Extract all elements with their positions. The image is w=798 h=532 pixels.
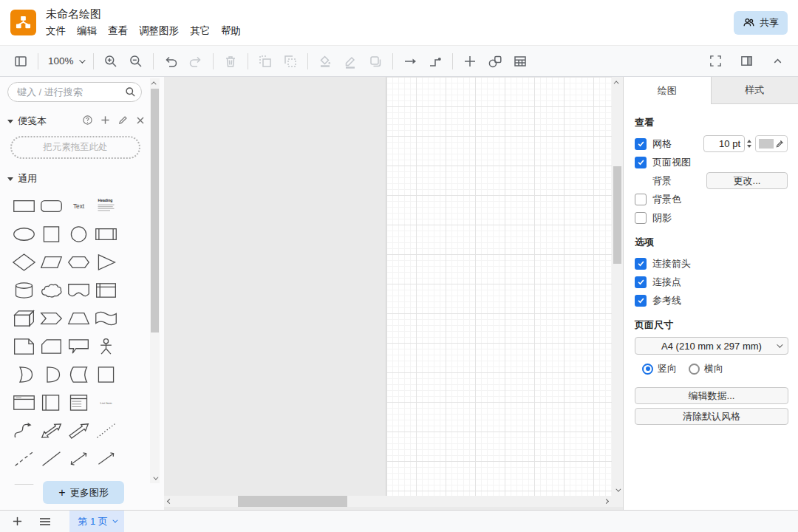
landscape-radio-option[interactable]: 横向: [689, 362, 723, 375]
shape-actor[interactable]: [92, 332, 120, 361]
pages-list-button[interactable]: [34, 511, 56, 532]
scratchpad-dropzone[interactable]: 把元素拖至此处: [10, 136, 140, 159]
shape-directional-connector[interactable]: [92, 445, 120, 473]
portrait-radio-option[interactable]: 竖向: [642, 362, 677, 375]
grid-size-input[interactable]: 10 pt: [703, 135, 745, 152]
table-button[interactable]: [511, 52, 529, 70]
grid-size-stepper[interactable]: [747, 140, 751, 148]
shape-list[interactable]: [65, 389, 92, 417]
page-view-checkbox[interactable]: [635, 157, 647, 168]
background-color-checkbox[interactable]: [635, 194, 647, 205]
shape-data-storage[interactable]: [65, 361, 92, 389]
shape-parallelogram[interactable]: [38, 248, 65, 276]
scroll-down-icon[interactable]: [613, 485, 622, 495]
shape-line[interactable]: [38, 445, 65, 473]
tab-diagram[interactable]: 绘图: [624, 77, 711, 104]
scroll-left-icon[interactable]: [165, 497, 174, 506]
shape-curve[interactable]: [10, 417, 38, 445]
shape-internal-storage[interactable]: [92, 276, 120, 304]
shape-list-item[interactable]: List Item: [92, 389, 120, 417]
change-background-button[interactable]: 更改...: [706, 172, 788, 189]
close-scratchpad-icon[interactable]: [136, 116, 145, 127]
shape-card[interactable]: [38, 332, 65, 361]
shape-ellipse[interactable]: [10, 220, 38, 248]
shape-circle[interactable]: [65, 220, 92, 248]
shape-trapezoid[interactable]: [65, 304, 92, 332]
drawing-page[interactable]: [386, 77, 612, 496]
shape-textbox[interactable]: Heading: [92, 192, 120, 220]
zoom-level-dropdown[interactable]: 100%: [47, 55, 85, 66]
grid-color-button[interactable]: [755, 135, 788, 152]
clear-default-style-button[interactable]: 清除默认风格: [635, 408, 788, 425]
collapse-toolbar-button[interactable]: [768, 52, 786, 70]
connection-arrow-button[interactable]: [401, 52, 419, 70]
shape-callout[interactable]: [65, 332, 92, 361]
edit-data-button[interactable]: 编辑数据...: [635, 387, 788, 404]
page-size-dropdown[interactable]: A4 (210 mm x 297 mm): [635, 337, 788, 355]
undo-button[interactable]: [162, 52, 180, 70]
fullscreen-button[interactable]: [706, 52, 724, 70]
shape-cylinder[interactable]: [10, 276, 38, 304]
portrait-radio[interactable]: [642, 364, 653, 375]
menu-文件[interactable]: 文件: [46, 24, 66, 38]
zoom-in-button[interactable]: [102, 52, 120, 70]
shadow-checkbox[interactable]: [635, 212, 647, 224]
shape-cube[interactable]: [10, 304, 38, 332]
shape-diamond[interactable]: [10, 248, 38, 276]
shape-square[interactable]: [38, 220, 65, 248]
canvas-hscroll-thumb[interactable]: [238, 496, 347, 507]
shape-tape[interactable]: [92, 304, 120, 332]
tab-style[interactable]: 样式: [711, 77, 798, 104]
menu-帮助[interactable]: 帮助: [221, 24, 241, 38]
shape-triangle[interactable]: [92, 248, 120, 276]
canvas-vscroll-thumb[interactable]: [613, 166, 621, 264]
edit-scratchpad-icon[interactable]: [118, 115, 128, 127]
shape-cloud[interactable]: [38, 276, 65, 304]
scroll-up-icon[interactable]: [150, 78, 160, 88]
more-shapes-button[interactable]: + 更多图形: [43, 481, 124, 504]
shape-process[interactable]: [92, 220, 120, 248]
help-icon[interactable]: [83, 115, 92, 127]
shape-horizontal-container[interactable]: [10, 389, 38, 417]
canvas[interactable]: [164, 77, 623, 510]
sidebar-scrollbar-thumb[interactable]: [151, 89, 159, 332]
collapse-triangle-icon[interactable]: [7, 177, 13, 181]
waypoints-button[interactable]: [426, 52, 444, 70]
shape-document[interactable]: [65, 276, 92, 304]
format-panel-button[interactable]: [737, 52, 755, 70]
toggle-sidebar-button[interactable]: [12, 52, 30, 70]
shape-link[interactable]: [10, 473, 38, 485]
shape-rectangle[interactable]: [10, 192, 38, 220]
landscape-radio[interactable]: [689, 364, 700, 375]
shape-arrow[interactable]: [65, 417, 92, 445]
canvas-vertical-scrollbar[interactable]: [612, 77, 623, 496]
scroll-up-icon[interactable]: [613, 78, 622, 87]
menu-编辑[interactable]: 编辑: [77, 24, 97, 38]
shape-hexagon[interactable]: [65, 248, 92, 276]
shape-and[interactable]: [38, 361, 65, 389]
insert-button[interactable]: [461, 52, 479, 70]
shape-search-input[interactable]: [7, 82, 142, 102]
shape-vertical-container[interactable]: [38, 389, 65, 417]
shape-container[interactable]: [92, 361, 120, 389]
menu-其它[interactable]: 其它: [190, 24, 210, 38]
shape-rounded-rectangle[interactable]: [38, 192, 65, 220]
sidebar-scrollbar[interactable]: [150, 78, 160, 483]
connection-points-checkbox[interactable]: [635, 276, 647, 288]
page-tab[interactable]: 第 1 页: [69, 511, 124, 532]
shape-bidirectional-connector[interactable]: [65, 445, 92, 473]
guides-checkbox[interactable]: [635, 295, 647, 307]
shape-text[interactable]: Text: [65, 192, 92, 220]
connection-arrows-checkbox[interactable]: [635, 258, 647, 270]
shape-dotted-line[interactable]: [92, 417, 120, 445]
shape-bidirectional-arrow[interactable]: [38, 417, 65, 445]
add-page-button[interactable]: [6, 511, 28, 532]
shape-dashed-line[interactable]: [10, 445, 38, 473]
menu-调整图形[interactable]: 调整图形: [139, 24, 179, 38]
scroll-right-icon[interactable]: [601, 497, 611, 506]
zoom-out-button[interactable]: [127, 52, 145, 70]
shape-note[interactable]: [10, 332, 38, 361]
shape-step[interactable]: [38, 304, 65, 332]
collapse-triangle-icon[interactable]: [7, 120, 13, 123]
share-button[interactable]: 共享: [734, 11, 788, 35]
